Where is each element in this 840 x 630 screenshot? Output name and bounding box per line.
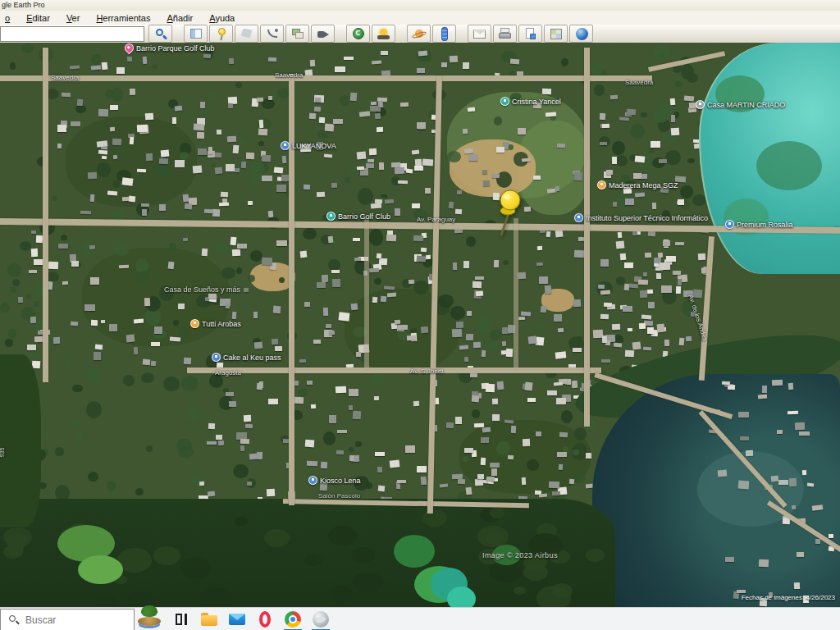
taskbar-item-mail[interactable] — [223, 608, 251, 630]
record-tour-button[interactable] — [311, 25, 335, 43]
search-button[interactable] — [148, 25, 172, 43]
building — [502, 341, 507, 346]
building — [600, 113, 605, 120]
building — [652, 203, 657, 209]
building — [472, 395, 479, 402]
tree — [654, 43, 669, 59]
email-button[interactable] — [468, 25, 491, 43]
building — [518, 128, 525, 135]
ruler-button[interactable] — [432, 25, 456, 43]
building — [492, 173, 500, 178]
building — [199, 482, 203, 486]
place-label[interactable]: Instituto Superior Técnico Informático — [574, 213, 708, 222]
save-image-button[interactable] — [518, 25, 542, 43]
menu-ayuda[interactable]: Ayuda — [208, 12, 236, 24]
building — [641, 315, 652, 320]
taskbar-item-task-view[interactable] — [167, 608, 195, 630]
menu-editar[interactable]: Editar — [25, 12, 52, 24]
place-label[interactable]: Barrio Golf Club — [326, 212, 390, 221]
toggle-sidebar-button[interactable] — [184, 25, 208, 43]
tree — [494, 116, 503, 126]
building — [737, 590, 746, 593]
historical-imagery-button[interactable] — [346, 25, 370, 43]
taskbar-item-file-explorer[interactable] — [195, 608, 223, 630]
sunlight-button[interactable] — [372, 25, 395, 43]
menu-o[interactable]: o — [3, 12, 11, 24]
building — [390, 459, 400, 468]
tree — [61, 235, 67, 240]
tree — [43, 431, 50, 438]
tree — [561, 58, 568, 66]
building — [216, 435, 222, 440]
building — [349, 455, 354, 462]
add-placemark-button[interactable] — [209, 25, 233, 43]
building — [349, 405, 353, 410]
building — [119, 265, 129, 269]
tree — [20, 241, 31, 250]
taskbar-item-chrome[interactable] — [279, 608, 307, 630]
building — [632, 342, 641, 350]
place-label[interactable]: Premium Rosalia — [725, 220, 793, 229]
window-title-bar[interactable]: gle Earth Pro — [0, 0, 840, 11]
place-label[interactable]: Cake al Keu pass — [212, 353, 281, 362]
menu-aadir[interactable]: Añadir — [165, 12, 194, 24]
building — [331, 183, 337, 189]
place-label[interactable]: Tutti Arobas — [190, 319, 241, 328]
add-path-button[interactable] — [260, 25, 284, 43]
building — [659, 159, 667, 163]
taskbar-search-box[interactable] — [0, 609, 135, 630]
tree — [527, 459, 539, 471]
vegetation-blob — [394, 535, 435, 568]
building — [253, 341, 262, 349]
taskbar-item-google-earth[interactable] — [307, 608, 335, 630]
building — [794, 582, 800, 588]
place-label[interactable]: Casa de Sueños y más — [164, 285, 240, 294]
taskbar-item-opera[interactable] — [251, 608, 279, 630]
building — [143, 56, 148, 63]
building — [475, 276, 483, 281]
building — [102, 62, 107, 70]
building — [635, 193, 645, 198]
place-label[interactable]: Cristina Yancel — [500, 97, 561, 106]
building — [676, 286, 682, 294]
imagery-date: Fechas de imágenes: 4/26/2023 — [742, 594, 835, 601]
print-button[interactable] — [493, 25, 517, 43]
building — [273, 167, 283, 174]
dot-blue-icon — [212, 353, 221, 362]
tree — [75, 432, 83, 441]
road — [584, 48, 590, 427]
tree — [181, 376, 198, 390]
taskbar-item-island[interactable] — [131, 608, 167, 630]
building — [349, 389, 358, 396]
tree — [163, 377, 180, 390]
place-label[interactable]: Casa MARTIN CRIADO — [696, 100, 785, 109]
add-polygon-button[interactable] — [235, 25, 258, 43]
planets-button[interactable] — [407, 25, 431, 43]
add-image-overlay-button[interactable] — [285, 25, 309, 43]
place-label[interactable]: Barrio Parque Golf Club — [125, 43, 215, 52]
menu-ver[interactable]: Ver — [65, 12, 82, 24]
building — [398, 325, 408, 330]
place-label[interactable]: Kiosco Lena — [308, 476, 361, 485]
map-pushpin[interactable] — [491, 189, 527, 240]
building — [134, 347, 139, 354]
building — [454, 416, 461, 423]
view-in-maps-button[interactable] — [544, 25, 568, 43]
taskbar-search-input[interactable] — [24, 614, 117, 627]
search-input[interactable] — [0, 26, 144, 42]
building — [480, 457, 486, 464]
building — [643, 272, 647, 276]
satellite-map-view[interactable]: Image © 2023 Airbus Fechas de imágenes: … — [0, 43, 840, 607]
tree — [641, 112, 647, 117]
place-label[interactable]: Maderera Mega SGZ — [597, 180, 678, 189]
building — [574, 249, 584, 258]
building — [331, 270, 340, 273]
building — [122, 177, 133, 185]
place-label[interactable]: LUKYANOVA — [281, 141, 336, 150]
earth-sphere-button[interactable] — [569, 25, 593, 43]
tree — [141, 372, 154, 384]
building — [536, 262, 543, 267]
menu-herramientas[interactable]: Herramientas — [94, 12, 152, 24]
building — [266, 489, 274, 497]
tree — [12, 279, 20, 286]
